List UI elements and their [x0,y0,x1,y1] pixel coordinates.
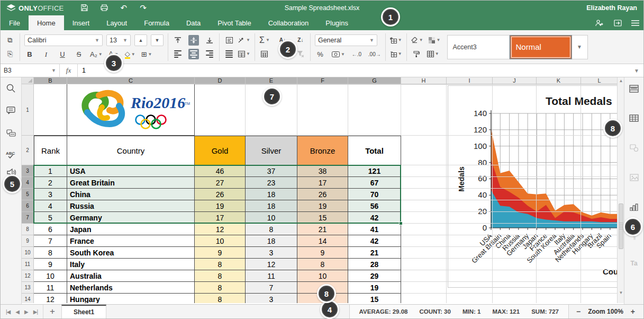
cell-style-accent3[interactable]: Accent3 [447,35,510,59]
cell-total[interactable]: 28 [348,259,401,270]
add-user-icon[interactable] [595,20,604,26]
cell-total[interactable]: 29 [348,270,401,282]
column-header-j[interactable]: J [493,77,537,84]
search-icon[interactable] [1,84,21,93]
column-header-d[interactable]: D [195,77,246,84]
align-middle-button[interactable] [188,35,199,46]
copy-button[interactable]: ⧉ [5,35,15,46]
sheet-tab-sheet1[interactable]: Sheet1 [61,305,106,318]
cell-bronze[interactable]: 38 [297,165,348,177]
cell-bronze[interactable]: 17 [297,177,348,189]
column-header-i[interactable]: I [447,77,493,84]
tab-file[interactable]: File [1,15,29,30]
decrease-decimal-button[interactable]: ←.0 [351,49,362,60]
table-header-country[interactable]: Country [67,136,195,165]
row-header-9[interactable]: 9 [22,235,34,247]
cell-bronze[interactable]: 21 [297,224,348,235]
tab-insert[interactable]: Insert [64,15,98,30]
prev-sheet-button[interactable]: ◀ [15,309,19,315]
vertical-scroll-thumb[interactable] [619,203,623,249]
row-header-2[interactable]: 2 [22,136,34,165]
tab-collaboration[interactable]: Collaboration [260,15,318,30]
align-right-button[interactable] [204,49,215,59]
underline-button[interactable]: U [57,49,68,60]
cell-gold[interactable]: 26 [195,189,246,200]
cell-gold[interactable]: 8 [195,270,246,282]
paste-button[interactable]: ⎘ [5,49,15,59]
tab-formula[interactable]: Formula [135,15,178,30]
cell-settings-icon[interactable] [624,85,643,93]
spellcheck-icon[interactable]: ABC [1,150,21,158]
delete-cells-button[interactable]: ▼ [390,49,402,59]
number-format-select[interactable]: General▼ [315,34,377,46]
column-header-g[interactable]: G [348,77,401,84]
cell-bronze[interactable]: 9 [297,247,348,259]
cell-country[interactable]: Germany [67,212,195,224]
align-center-button[interactable] [188,49,199,59]
undo-button[interactable]: ↶ [121,3,128,13]
color-scheme-button[interactable]: ▼ [429,35,441,46]
fill-color-button[interactable]: ◇▼ [125,49,135,60]
chat-icon[interactable] [1,129,21,138]
cell-rank[interactable]: 12 [34,294,67,303]
cell-bronze[interactable]: 8 [297,259,348,270]
cell-total[interactable]: 56 [348,200,401,212]
feedback-icon[interactable] [1,169,21,176]
strikethrough-button[interactable]: S [74,49,84,60]
copy-style-button[interactable] [411,49,422,59]
column-header-k[interactable]: K [537,77,581,84]
chart-settings-icon[interactable] [624,203,643,211]
cell-bronze[interactable]: 15 [297,212,348,224]
row-header-4[interactable]: 4 [22,177,34,189]
tab-layout[interactable]: Layout [98,15,135,30]
text-art-settings-icon[interactable]: Ta [624,260,643,267]
increase-font-size-button[interactable]: ▲ [134,34,147,46]
shape-settings-icon[interactable] [624,144,643,152]
cell-total[interactable]: 15 [348,294,401,303]
cell-gold[interactable]: 10 [195,235,246,247]
cell-gold[interactable]: 12 [195,224,246,235]
cell-total[interactable]: 41 [348,224,401,235]
insert-cells-button[interactable]: ▼ [390,35,402,46]
zoom-in-button[interactable]: + [631,307,635,316]
merge-cells-button[interactable]: ▼ [238,49,250,59]
cell-bronze[interactable]: 10 [297,270,348,282]
sort-descending-button[interactable]: Z↓ [295,35,306,46]
cell-total[interactable]: 42 [348,212,401,224]
cell-gold[interactable]: 8 [195,259,246,270]
cell-total[interactable]: 19 [348,282,401,294]
spreadsheet-grid[interactable]: 020406080100120140USAGreat BritainChinaR… [22,77,618,303]
print-button[interactable] [101,4,108,13]
cell-rank[interactable]: 11 [34,282,67,294]
cell-country[interactable]: France [67,235,195,247]
cell-total[interactable]: 21 [348,247,401,259]
first-sheet-button[interactable]: |◀ [6,309,10,315]
insert-function-button[interactable]: fx [60,64,78,77]
row-header-11[interactable]: 11 [22,259,34,270]
clear-style-button[interactable]: ▼ [411,35,423,46]
bold-button[interactable]: B [24,49,35,60]
row-header-12[interactable]: 12 [22,270,34,282]
column-header-h[interactable]: H [401,77,447,84]
column-header-c[interactable]: C [67,77,195,84]
vertical-scrollbar[interactable]: ▲ ▼ [617,77,624,303]
row-header-10[interactable]: 10 [22,247,34,259]
cell-gold[interactable]: 19 [195,200,246,212]
cell-silver[interactable]: 7 [246,282,297,294]
cell-country[interactable]: Netherlands [67,282,195,294]
cell-gold[interactable]: 46 [195,165,246,177]
cell-country[interactable]: Hungary [67,294,195,303]
cell-rank[interactable]: 6 [34,224,67,235]
accounting-style-button[interactable]: ▼ [332,49,345,60]
cell-silver[interactable]: 3 [246,294,297,303]
borders-button[interactable]: ⊞▼ [141,49,152,60]
cell-bronze[interactable]: 14 [297,235,348,247]
row-header-3[interactable]: 3 [22,165,34,177]
align-left-button[interactable] [173,49,183,59]
hamburger-menu-icon[interactable] [631,20,639,26]
cell-total[interactable]: 67 [348,177,401,189]
cell-silver[interactable]: 10 [246,212,297,224]
zoom-out-button[interactable]: − [576,307,580,316]
cell-gold[interactable]: 17 [195,212,246,224]
cell-rank[interactable]: 9 [34,259,67,270]
